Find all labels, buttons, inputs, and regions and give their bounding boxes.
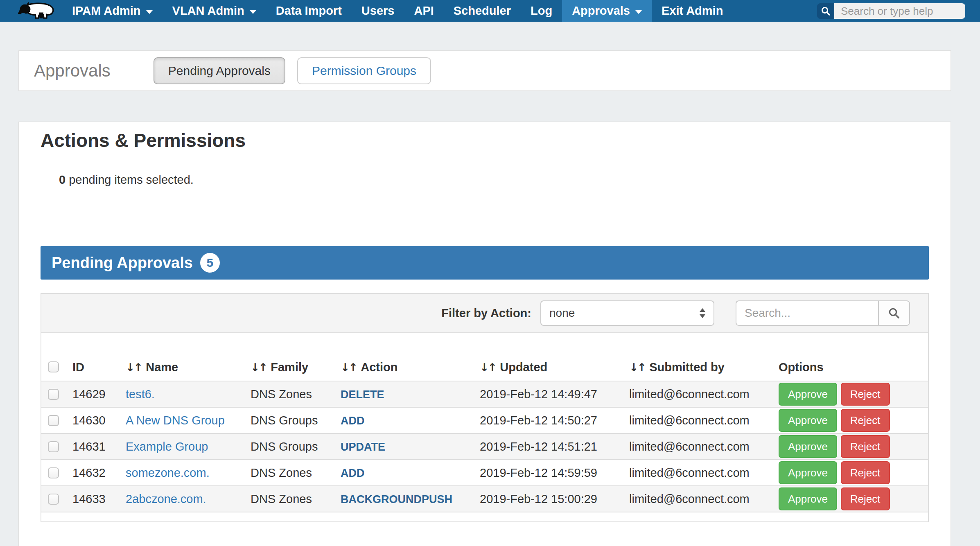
col-header-action[interactable]: ↓↑Action (335, 361, 474, 374)
row-name-link[interactable]: somezone.com. (126, 466, 210, 479)
cell-action: ADD (341, 415, 365, 427)
row-name-link[interactable]: Example Group (126, 440, 208, 453)
table-row: 14631Example GroupDNS GroupsUPDATE2019-F… (41, 434, 928, 460)
nav-item-exit-admin[interactable]: Exit Admin (652, 0, 733, 22)
table-search-button[interactable] (878, 300, 910, 326)
cell-family-cell: DNS Zones (245, 388, 335, 401)
sort-icon: ↓↑ (251, 361, 266, 374)
nav-item-vlan-admin[interactable]: VLAN Admin (163, 0, 266, 22)
cell-family: DNS Zones (251, 388, 312, 401)
reject-button[interactable]: Reject (841, 487, 890, 510)
cell-action-cell: ADD (335, 466, 474, 480)
actions-permissions-card: Actions & Permissions 0 pending items se… (18, 122, 951, 546)
col-header-label: ID (72, 361, 84, 374)
nav-item-scheduler[interactable]: Scheduler (444, 0, 521, 22)
cell-submitted-by-cell: limited@6connect.com (623, 492, 773, 506)
tab-pending-approvals[interactable]: Pending Approvals (154, 57, 285, 84)
brand-logo[interactable] (17, 0, 56, 22)
row-options-cell: ApproveReject (773, 487, 928, 510)
nav-item-label: Users (361, 4, 395, 18)
col-header-updated[interactable]: ↓↑Updated (474, 361, 623, 374)
col-header-id: ID (67, 361, 120, 374)
search-icon (888, 307, 900, 319)
row-checkbox-cell (41, 389, 67, 400)
col-header-name[interactable]: ↓↑Name (120, 361, 245, 374)
row-checkbox[interactable] (48, 467, 59, 478)
pending-count-badge: 5 (200, 253, 220, 273)
cell-id: 14632 (72, 466, 106, 479)
table-row: 146332abczone.com.DNS ZonesBACKGROUNDPUS… (41, 486, 928, 512)
nav-item-ipam-admin[interactable]: IPAM Admin (62, 0, 163, 22)
cell-action: ADD (341, 467, 365, 479)
row-checkbox[interactable] (48, 441, 59, 452)
approve-button[interactable]: Approve (779, 487, 837, 510)
reject-button[interactable]: Reject (841, 435, 890, 458)
cell-family: DNS Groups (251, 440, 318, 453)
cell-family-cell: DNS Zones (245, 492, 335, 506)
approvals-admin-page: IPAM AdminVLAN AdminData ImportUsersAPIS… (0, 0, 980, 546)
row-checkbox[interactable] (48, 415, 59, 426)
filter-action-select[interactable]: none (540, 300, 714, 326)
row-checkbox[interactable] (48, 389, 59, 400)
reject-button[interactable]: Reject (841, 461, 890, 484)
sort-icon: ↓↑ (341, 361, 357, 374)
nav-item-label: VLAN Admin (172, 4, 244, 18)
nav-item-log[interactable]: Log (521, 0, 562, 22)
cell-updated: 2019-Feb-12 14:50:27 (480, 414, 597, 427)
row-name-link-cell: 2abczone.com. (120, 492, 245, 506)
cell-updated-cell: 2019-Feb-12 15:00:29 (474, 492, 623, 506)
reject-button[interactable]: Reject (841, 383, 890, 406)
table-header-row: ID↓↑Name↓↑Family↓↑Action↓↑Updated↓↑Submi… (41, 333, 928, 381)
navbar-search-button[interactable] (817, 3, 834, 19)
nav-item-label: API (414, 4, 434, 18)
cell-submitted-by-cell: limited@6connect.com (623, 388, 773, 401)
select-all-checkbox[interactable] (48, 361, 59, 372)
col-header-family[interactable]: ↓↑Family (245, 361, 335, 374)
col-header-label: Family (271, 361, 308, 374)
cell-submitted-by: limited@6connect.com (629, 388, 750, 401)
table-search-input[interactable] (736, 300, 878, 326)
row-name-link[interactable]: test6. (126, 388, 155, 401)
nav-item-users[interactable]: Users (352, 0, 404, 22)
nav-item-label: Approvals (572, 4, 630, 18)
nav-item-data-import[interactable]: Data Import (266, 0, 352, 22)
cell-submitted-by: limited@6connect.com (629, 414, 750, 427)
cell-id: 14629 (72, 388, 106, 401)
row-name-link[interactable]: A New DNS Group (126, 414, 225, 427)
row-checkbox[interactable] (48, 494, 59, 505)
navbar-search (817, 3, 965, 19)
reject-button[interactable]: Reject (841, 409, 890, 432)
tab-permission-groups[interactable]: Permission Groups (297, 57, 431, 84)
cell-id-cell: 14629 (67, 388, 120, 401)
nav-item-label: Log (531, 4, 552, 18)
approve-button[interactable]: Approve (779, 409, 837, 432)
cell-updated-cell: 2019-Feb-12 14:59:59 (474, 466, 623, 480)
approve-button[interactable]: Approve (779, 461, 837, 484)
selected-count-line: 0 pending items selected. (59, 173, 929, 187)
col-header-submitted-by[interactable]: ↓↑Submitted by (623, 361, 773, 374)
row-name-link[interactable]: 2abczone.com. (126, 492, 206, 505)
col-header-label: Options (779, 361, 824, 374)
pending-approvals-table-container: Filter by Action: none (41, 293, 929, 522)
nav-item-approvals[interactable]: Approvals (562, 0, 652, 22)
approve-button[interactable]: Approve (779, 435, 837, 458)
approve-button[interactable]: Approve (779, 383, 837, 406)
cell-submitted-by-cell: limited@6connect.com (623, 466, 773, 480)
navbar-menu: IPAM AdminVLAN AdminData ImportUsersAPIS… (62, 0, 733, 22)
caret-down-icon (250, 10, 256, 14)
row-options-cell: ApproveReject (773, 461, 928, 484)
nav-item-api[interactable]: API (404, 0, 443, 22)
row-options-cell: ApproveReject (773, 383, 928, 406)
col-header-options: Options (773, 361, 928, 374)
row-name-link-cell: A New DNS Group (120, 414, 245, 427)
row-checkbox-cell (41, 415, 67, 426)
row-checkbox-cell (41, 494, 67, 505)
cell-submitted-by: limited@6connect.com (629, 492, 750, 505)
page-title: Approvals (34, 61, 111, 81)
header-checkbox-cell (41, 361, 67, 374)
sort-icon: ↓↑ (629, 361, 645, 374)
cell-id-cell: 14632 (67, 466, 120, 480)
cell-updated: 2019-Feb-12 14:59:59 (480, 466, 597, 479)
help-search-input[interactable] (834, 3, 965, 19)
cell-id: 14633 (72, 492, 106, 505)
